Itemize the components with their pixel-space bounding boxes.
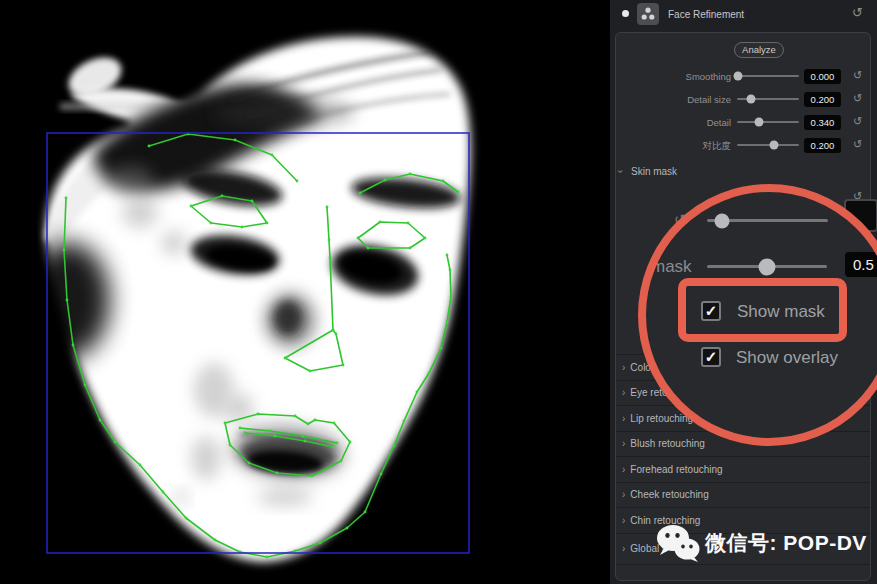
slider-knob[interactable] [769, 141, 778, 150]
landmark-vertex-dot [162, 491, 165, 494]
slider-label: Detail [615, 117, 731, 128]
watermark: 微信号: POP-DV [656, 524, 867, 562]
landmark-vertex-dot [333, 422, 336, 425]
slider-knob[interactable] [746, 95, 755, 104]
landmark-vertex-dot [66, 299, 69, 302]
slider-knob[interactable] [754, 118, 763, 127]
resolvefx-plugin-icon [637, 3, 659, 25]
slider-knob[interactable] [734, 72, 743, 81]
landmark-vertex-dot [274, 435, 277, 438]
landmark-vertex-dot [342, 364, 345, 367]
landmark-vertex-dot [210, 222, 213, 225]
landmark-vertex-dot [442, 180, 445, 183]
landmark-vertex-dot [307, 423, 310, 426]
landmark-vertex-dot [409, 173, 412, 176]
landmark-vertex-dot [257, 413, 260, 416]
landmark-vertex-dot [65, 197, 68, 200]
skin-mask-section-header[interactable]: Skin mask [631, 166, 677, 177]
landmark-vertex-dot [440, 347, 443, 350]
landmark-vertex-dot [269, 430, 272, 433]
landmark-vertex-dot [234, 139, 237, 142]
reset-icon[interactable]: ↺ [853, 93, 862, 104]
landmark-vertex-dot [446, 254, 449, 257]
landmark-vertex-dot [332, 329, 335, 332]
landmark-vertex-dot [139, 464, 142, 467]
chevron-right-icon: › [622, 438, 625, 449]
landmark-vertex-dot [294, 550, 297, 553]
slider-track[interactable] [737, 121, 799, 123]
plugin-reset-icon[interactable]: ↺ [852, 7, 863, 18]
plugin-enable-dot[interactable] [622, 10, 629, 17]
landmark-vertex-dot [294, 415, 297, 418]
landmark-vertex-dot [384, 179, 387, 182]
slider-track[interactable] [737, 75, 799, 77]
landmark-vertex-dot [332, 446, 335, 449]
chevron-right-icon: › [622, 543, 625, 554]
chevron-right-icon: › [622, 362, 625, 373]
reset-icon[interactable]: ↺ [853, 139, 862, 150]
landmark-vertex-dot [239, 427, 242, 430]
landmark-vertex-dot [340, 460, 343, 463]
landmark-vertex-dot [450, 296, 453, 299]
landmark-vertex-dot [221, 195, 224, 198]
landmark-vertex-dot [244, 432, 247, 435]
plugin-title: Face Refinement [668, 9, 744, 20]
landmark-vertex-dot [214, 539, 217, 542]
slider-value-box[interactable]: 0.340 [804, 115, 841, 130]
slider-value-box[interactable]: 0.200 [804, 92, 841, 107]
chevron-down-icon[interactable]: › [615, 170, 626, 173]
landmark-vertex-dot [229, 444, 232, 447]
landmark-vertex-dot [446, 321, 449, 324]
watermark-text: 微信号: POP-DV [705, 529, 867, 557]
landmark-vertex-dot [99, 419, 102, 422]
landmark-vertex-dot [284, 357, 287, 360]
landmark-vertex-dot [364, 511, 367, 514]
landmark-vertex-dot [266, 556, 269, 559]
landmark-vertex-dot [409, 247, 412, 250]
landmark-vertex-dot [241, 226, 244, 229]
slider-value-box[interactable]: 0.000 [804, 69, 841, 84]
landmark-vertex-dot [271, 154, 274, 157]
landmark-vertex-dot [379, 221, 382, 224]
slider-track[interactable] [737, 98, 799, 100]
landmark-vertex-dot [329, 257, 332, 260]
slider-label: 对比度 [615, 140, 731, 153]
chevron-right-icon: › [622, 515, 625, 526]
slider-label: Smoothing [615, 71, 731, 82]
section-row-forehead-retouching[interactable]: › Forehead retouching [616, 456, 870, 482]
landmark-vertex-dot [185, 517, 188, 520]
landmark-vertex-dot [367, 247, 370, 250]
landmark-vertex-dot [114, 441, 117, 444]
landmark-vertex-dot [335, 333, 338, 336]
landmark-vertex-dot [449, 269, 452, 272]
landmark-vertex-dot [349, 441, 352, 444]
reset-icon[interactable]: ↺ [853, 70, 862, 81]
landmark-vertex-dot [276, 472, 279, 475]
section-row-cheek-retouching[interactable]: › Cheek retouching [616, 482, 870, 508]
analyze-button[interactable]: Analyze [734, 42, 784, 58]
landmark-vertex-dot [266, 222, 269, 225]
landmark-vertex-dot [296, 180, 299, 183]
landmark-vertex-dot [428, 372, 431, 375]
slider-track[interactable] [737, 144, 799, 146]
chevron-right-icon: › [622, 464, 625, 475]
landmark-vertex-dot [248, 462, 251, 465]
viewer-canvas[interactable] [0, 0, 610, 584]
landmark-vertex-dot [302, 435, 305, 438]
app-window: Face Refinement ↺ Analyze Smoothing 0.00… [0, 0, 877, 584]
section-divider [616, 564, 870, 565]
chevron-right-icon: › [622, 387, 625, 398]
landmark-vertex-dot [326, 206, 329, 209]
landmark-vertex-dot [309, 370, 312, 373]
slider-value-box[interactable]: 0.200 [804, 138, 841, 153]
landmark-vertex-dot [346, 527, 349, 530]
landmark-vertex-dot [359, 192, 362, 195]
landmark-vertex-dot [328, 239, 331, 242]
landmark-vertex-dot [311, 475, 314, 478]
wechat-icon [656, 524, 700, 562]
landmark-vertex-dot [148, 145, 151, 148]
reset-icon[interactable]: ↺ [853, 116, 862, 127]
slider-label: Detail size [615, 94, 731, 105]
landmark-vertex-dot [357, 237, 360, 240]
landmark-vertex-dot [224, 422, 227, 425]
